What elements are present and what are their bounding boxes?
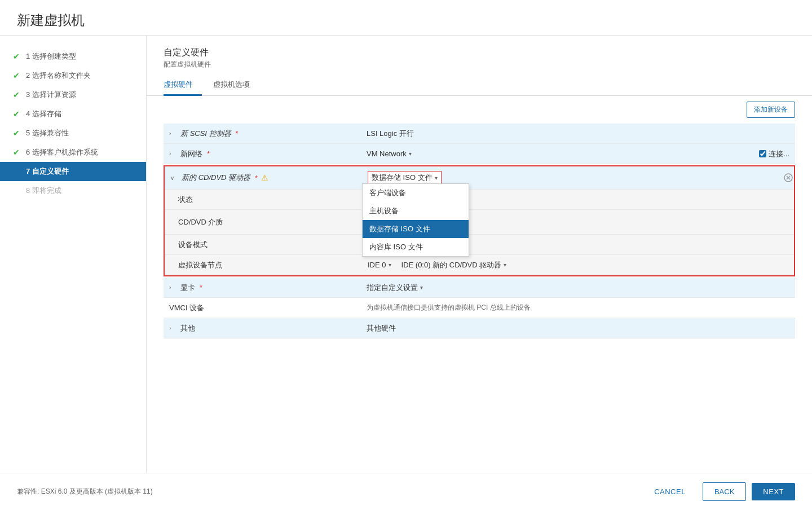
network-required: * bbox=[207, 150, 210, 158]
cddvd-warning-icon: ⚠ bbox=[261, 173, 268, 182]
option-datastore-iso[interactable]: 数据存储 ISO 文件 bbox=[363, 220, 469, 238]
network-label-text: 新网络 bbox=[180, 149, 202, 159]
vmci-label-text: VMCI 设备 bbox=[169, 303, 204, 313]
check-icon-1: ✔ bbox=[13, 52, 20, 61]
tab-options[interactable]: 虚拟机选项 bbox=[213, 75, 259, 96]
dialog-footer: 兼容性: ESXi 6.0 及更高版本 (虚拟机版本 11) CANCEL BA… bbox=[0, 473, 812, 510]
cddvd-value-text: 数据存储 ISO 文件 bbox=[372, 173, 433, 183]
check-icon-3: ✔ bbox=[13, 90, 20, 99]
virtual-node-label-text: 虚拟设备节点 bbox=[178, 260, 222, 270]
step-1[interactable]: ✔ 1 选择创建类型 bbox=[0, 47, 146, 66]
display-value: 指定自定义设置 ▾ bbox=[361, 278, 795, 297]
cddvd-close-button[interactable] bbox=[783, 172, 794, 183]
step-1-label: 1 选择创建类型 bbox=[26, 51, 76, 61]
check-icon-2: ✔ bbox=[13, 71, 20, 80]
step-2[interactable]: ✔ 2 选择名称和文件夹 bbox=[0, 66, 146, 85]
add-device-button[interactable]: 添加新设备 bbox=[747, 102, 795, 118]
display-dropdown[interactable]: 指定自定义设置 ▾ bbox=[367, 283, 423, 293]
vmci-value-text: 为虚拟机通信接口提供支持的虚拟机 PCI 总线上的设备 bbox=[367, 303, 531, 313]
network-connect-checkbox[interactable] bbox=[759, 150, 766, 157]
status-label: 状态 bbox=[165, 190, 362, 209]
virtual-node-dropdown2[interactable]: IDE (0:0) 新的 CD/DVD 驱动器 ▾ bbox=[401, 260, 507, 270]
other-label-text: 其他 bbox=[180, 323, 195, 333]
step-7-label: 7 自定义硬件 bbox=[26, 166, 69, 177]
device-mode-label: 设备模式 bbox=[165, 235, 362, 254]
check-icon-5: ✔ bbox=[13, 129, 20, 138]
step-4-label: 4 选择存储 bbox=[26, 109, 61, 119]
dialog-title: 新建虚拟机 bbox=[17, 11, 795, 29]
network-dropdown-arrow: ▾ bbox=[409, 151, 412, 157]
next-button[interactable]: NEXT bbox=[752, 483, 795, 500]
media-label: CD/DVD 介质 bbox=[165, 213, 362, 232]
display-label-text: 显卡 bbox=[180, 283, 195, 293]
step-7[interactable]: 7 自定义硬件 bbox=[0, 162, 146, 181]
status-row: 状态 bbox=[165, 190, 794, 210]
section-subtitle: 配置虚拟机硬件 bbox=[164, 60, 795, 69]
hardware-table: › 新 SCSI 控制器 * LSI Logic 开行 › 新网络 * bbox=[147, 124, 812, 473]
step-4[interactable]: ✔ 4 选择存储 bbox=[0, 104, 146, 124]
virtual-node-label: 虚拟设备节点 bbox=[165, 256, 362, 275]
scsi-required: * bbox=[236, 129, 239, 138]
display-label: › 显卡 * bbox=[164, 278, 361, 297]
other-row: › 其他 其他硬件 bbox=[164, 318, 795, 338]
status-label-text: 状态 bbox=[178, 195, 193, 205]
check-icon-4: ✔ bbox=[13, 109, 20, 118]
scsi-label: › 新 SCSI 控制器 * bbox=[164, 124, 361, 143]
step-5-label: 5 选择兼容性 bbox=[26, 128, 69, 138]
virtual-node-dropdown1[interactable]: IDE 0 ▾ bbox=[368, 261, 391, 269]
step-5[interactable]: ✔ 5 选择兼容性 bbox=[0, 124, 146, 143]
cddvd-dropdown-popup: 客户端设备 主机设备 数据存储 ISO 文件 内容库 ISO 文件 bbox=[362, 183, 469, 257]
tabs-bar: 虚拟硬件 虚拟机选项 bbox=[147, 75, 812, 96]
network-expand-icon[interactable]: › bbox=[169, 151, 177, 157]
section-title: 自定义硬件 bbox=[164, 47, 795, 59]
scsi-value-text: LSI Logic 开行 bbox=[367, 129, 414, 139]
virtual-node-arrow2: ▾ bbox=[504, 262, 506, 268]
virtual-node-value: IDE 0 ▾ IDE (0:0) 新的 CD/DVD 驱动器 ▾ bbox=[362, 256, 794, 275]
cddvd-dropdown[interactable]: 数据存储 ISO 文件 ▾ bbox=[368, 171, 442, 184]
virtual-node-val2: IDE (0:0) 新的 CD/DVD 驱动器 bbox=[401, 260, 502, 270]
cddvd-value: 数据存储 ISO 文件 ▾ 客户端设备 主机设备 bbox=[362, 166, 783, 189]
cddvd-dropdown-arrow: ▾ bbox=[435, 175, 438, 181]
media-row: CD/DVD 介质 ⚠ 浏览... bbox=[165, 210, 794, 235]
footer-buttons: CANCEL BACK NEXT bbox=[643, 482, 795, 501]
other-expand-icon[interactable]: › bbox=[169, 325, 177, 331]
step-6-label: 6 选择客户机操作系统 bbox=[26, 147, 98, 157]
scsi-value: LSI Logic 开行 bbox=[361, 124, 795, 143]
step-8[interactable]: 8 即将完成 bbox=[0, 181, 146, 200]
display-value-text: 指定自定义设置 bbox=[367, 283, 418, 293]
scsi-label-text: 新 SCSI 控制器 bbox=[180, 129, 231, 139]
cddvd-row: ∨ 新的 CD/DVD 驱动器 * ⚠ 数据存储 ISO 文件 ▾ bbox=[165, 166, 794, 190]
network-checkbox-area: 连接... bbox=[759, 149, 789, 159]
network-dropdown[interactable]: VM Network ▾ bbox=[367, 150, 412, 158]
vmci-value: 为虚拟机通信接口提供支持的虚拟机 PCI 总线上的设备 bbox=[361, 298, 795, 317]
compatibility-text: 兼容性: ESXi 6.0 及更高版本 (虚拟机版本 11) bbox=[17, 487, 153, 496]
other-value-text: 其他硬件 bbox=[367, 323, 396, 333]
scsi-expand-icon[interactable]: › bbox=[169, 130, 177, 137]
option-host-device[interactable]: 主机设备 bbox=[363, 202, 469, 220]
cddvd-expand-icon[interactable]: ∨ bbox=[170, 175, 178, 181]
vmci-label: VMCI 设备 bbox=[164, 298, 361, 318]
check-icon-6: ✔ bbox=[13, 148, 20, 157]
other-value: 其他硬件 bbox=[361, 319, 795, 338]
step-6[interactable]: ✔ 6 选择客户机操作系统 bbox=[0, 143, 146, 162]
media-label-text: CD/DVD 介质 bbox=[178, 217, 223, 227]
virtual-node-arrow1: ▾ bbox=[389, 262, 391, 268]
option-content-iso[interactable]: 内容库 ISO 文件 bbox=[363, 238, 469, 256]
other-label: › 其他 bbox=[164, 319, 361, 338]
display-required: * bbox=[200, 283, 202, 292]
steps-panel: ✔ 1 选择创建类型 ✔ 2 选择名称和文件夹 ✔ 3 选择计算资源 ✔ 4 选… bbox=[0, 36, 147, 473]
cddvd-label-text: 新的 CD/DVD 驱动器 bbox=[182, 173, 250, 183]
cddvd-label: ∨ 新的 CD/DVD 驱动器 * ⚠ bbox=[165, 168, 362, 187]
scsi-row: › 新 SCSI 控制器 * LSI Logic 开行 bbox=[164, 124, 795, 144]
device-mode-row: 设备模式 直通 CD-ROM ▾ bbox=[165, 235, 794, 255]
tab-hardware[interactable]: 虚拟硬件 bbox=[164, 75, 202, 96]
cancel-button[interactable]: CANCEL bbox=[643, 483, 697, 500]
display-expand-icon[interactable]: › bbox=[169, 284, 177, 291]
network-row: › 新网络 * VM Network ▾ 连接... bbox=[164, 144, 795, 164]
step-3-label: 3 选择计算资源 bbox=[26, 90, 76, 100]
back-button[interactable]: BACK bbox=[703, 482, 746, 501]
step-3[interactable]: ✔ 3 选择计算资源 bbox=[0, 85, 146, 104]
display-row: › 显卡 * 指定自定义设置 ▾ bbox=[164, 278, 795, 298]
option-client-device[interactable]: 客户端设备 bbox=[363, 184, 469, 202]
step-8-label: 8 即将完成 bbox=[26, 186, 61, 196]
